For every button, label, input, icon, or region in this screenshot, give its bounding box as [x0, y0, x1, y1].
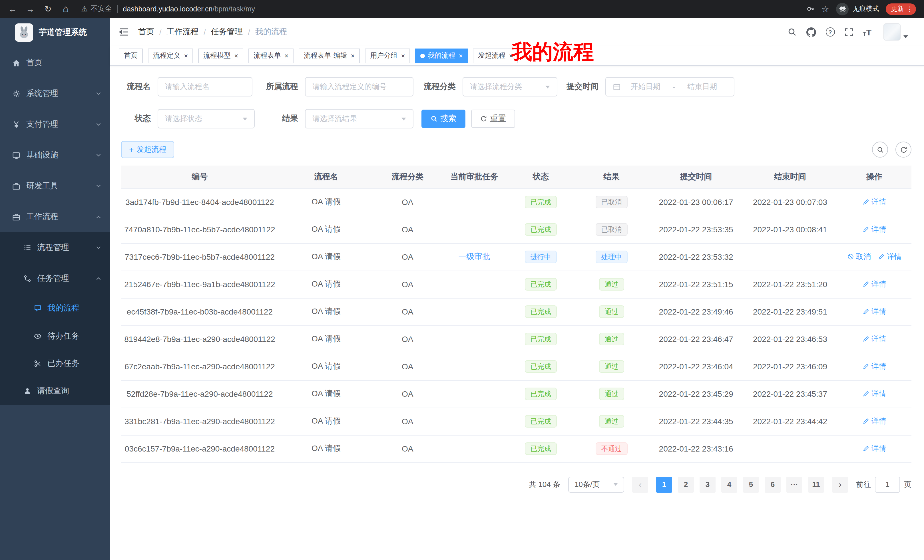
row-actions: 详情: [837, 353, 911, 380]
tab-流程模型[interactable]: 流程模型×: [198, 48, 243, 63]
row-actions: 详情: [837, 298, 911, 325]
process-definition-input[interactable]: 请输入流程定义的编号: [305, 77, 414, 96]
process-name-input[interactable]: 请输入流程名: [158, 77, 252, 96]
toggle-search-button[interactable]: [872, 142, 888, 157]
search-icon[interactable]: [787, 27, 796, 36]
table-row: 7470a810-7b9b-11ec-b5b7-acde48001122 OA …: [121, 216, 911, 243]
pagination-page-2[interactable]: 2: [678, 476, 694, 493]
pagination-prev[interactable]: ‹: [632, 476, 648, 493]
detail-link[interactable]: 详情: [862, 389, 886, 399]
fullscreen-icon[interactable]: [844, 28, 853, 36]
chevron-down-icon: [95, 120, 102, 129]
pagination-page-4[interactable]: 4: [721, 476, 737, 493]
sidebar-item-task-management[interactable]: 任务管理: [0, 263, 110, 294]
sidebar-item-my-process[interactable]: 我的流程: [0, 294, 110, 322]
sidebar-item-payment[interactable]: 支付管理: [0, 109, 110, 140]
filter-label-result: 结果: [255, 114, 305, 124]
main-area: 首页 / 工作流程 / 任务管理 / 我的流程 ? TT 我的流程: [110, 18, 924, 560]
sidebar-item-infrastructure[interactable]: 基础设施: [0, 140, 110, 171]
process-category: OA: [374, 189, 441, 216]
breadcrumb-task-management[interactable]: 任务管理: [211, 27, 243, 37]
create-process-button[interactable]: + 发起流程: [121, 141, 174, 158]
font-size-icon[interactable]: TT: [862, 27, 872, 37]
active-dot: [420, 53, 425, 58]
submit-time: 2022-01-22 23:44:35: [649, 407, 743, 435]
cancel-link[interactable]: 取消: [847, 252, 871, 262]
pagination-next[interactable]: ›: [832, 476, 848, 493]
table-row: 7317cec6-7b9b-11ec-b5b7-acde48001122 OA …: [121, 243, 911, 271]
end-time: 2022-01-22 23:46:53: [743, 325, 837, 353]
tab-流程表单-编辑[interactable]: 流程表单-编辑×: [298, 48, 360, 63]
sidebar-item-leave-query[interactable]: 请假查询: [0, 377, 110, 405]
browser-forward-icon[interactable]: →: [23, 2, 37, 16]
help-icon[interactable]: ?: [825, 27, 835, 36]
detail-link[interactable]: 详情: [862, 307, 886, 317]
refresh-button[interactable]: [896, 142, 911, 157]
detail-link[interactable]: 详情: [862, 334, 886, 344]
submit-time-range-picker[interactable]: 开始日期 - 结束日期: [605, 77, 734, 96]
user-menu[interactable]: [884, 23, 908, 40]
sidebar-item-system[interactable]: 系统管理: [0, 78, 110, 109]
end-time: 2022-01-22 23:45:37: [743, 380, 837, 407]
detail-link[interactable]: 详情: [878, 252, 902, 262]
sidebar-item-process-management[interactable]: 流程管理: [0, 232, 110, 263]
pagination-page-1[interactable]: 1: [656, 476, 672, 493]
detail-link[interactable]: 详情: [862, 443, 886, 454]
result-select[interactable]: 请选择流结果: [305, 109, 414, 129]
tab-close-icon[interactable]: ×: [234, 52, 238, 59]
col-name: 流程名: [278, 166, 374, 189]
tab-close-icon[interactable]: ×: [351, 52, 355, 59]
pagination-page-6[interactable]: 6: [765, 476, 781, 493]
page-size-select[interactable]: 10条/页: [568, 476, 624, 493]
avatar[interactable]: [884, 23, 901, 40]
detail-link[interactable]: 详情: [862, 416, 886, 427]
sidebar-item-todo-tasks[interactable]: 待办任务: [0, 322, 110, 350]
tab-发起流程[interactable]: 发起流程×: [473, 48, 518, 63]
pagination-page-3[interactable]: 3: [700, 476, 716, 493]
submit-time: 2022-01-22 23:46:04: [649, 353, 743, 380]
browser-reload-icon[interactable]: ↻: [41, 2, 55, 16]
breadcrumb-workflow[interactable]: 工作流程: [166, 27, 198, 37]
sidebar-item-devtools[interactable]: 研发工具: [0, 171, 110, 202]
current-task-link[interactable]: 一级审批: [458, 252, 490, 261]
process-id: 7317cec6-7b9b-11ec-b5b7-acde48001122: [121, 243, 278, 271]
browser-home-icon[interactable]: ⌂: [59, 2, 72, 16]
tab-close-icon[interactable]: ×: [401, 52, 405, 59]
key-icon[interactable]: [806, 4, 814, 13]
tab-流程定义[interactable]: 流程定义×: [148, 48, 193, 63]
process-category-select[interactable]: 请选择流程分类: [463, 77, 557, 96]
sidebar-item-home[interactable]: 首页: [0, 47, 110, 78]
browser-back-icon[interactable]: ←: [6, 2, 20, 16]
tab-close-icon[interactable]: ×: [184, 52, 188, 59]
page-content: 流程名 请输入流程名 所属流程 请输入流程定义的编号 流程分类 请选择流程分类 …: [110, 66, 924, 509]
tab-close-icon[interactable]: ×: [284, 52, 288, 59]
breadcrumb-home[interactable]: 首页: [138, 27, 154, 37]
pagination-page-11[interactable]: 11: [808, 476, 824, 493]
detail-link[interactable]: 详情: [862, 225, 886, 235]
tab-我的流程[interactable]: 我的流程×: [415, 48, 468, 63]
hamburger-icon[interactable]: [119, 27, 129, 36]
sidebar-item-done-tasks[interactable]: 已办任务: [0, 350, 110, 377]
pagination-more[interactable]: ···: [786, 476, 802, 493]
process-category: OA: [374, 243, 441, 271]
logo[interactable]: 芋道管理系统: [0, 18, 110, 47]
address-separator: [117, 5, 118, 13]
tab-首页[interactable]: 首页: [119, 48, 143, 63]
address-bar[interactable]: ⚠ 不安全 dashboard.yudao.iocoder.cn/bpm/tas…: [81, 4, 255, 14]
pagination-page-5[interactable]: 5: [743, 476, 759, 493]
github-icon[interactable]: [806, 27, 816, 37]
tab-close-icon[interactable]: ×: [459, 52, 463, 59]
reset-button[interactable]: 重置: [471, 109, 515, 128]
bookmark-star-icon[interactable]: ☆: [822, 4, 829, 14]
tab-流程表单[interactable]: 流程表单×: [248, 48, 294, 63]
detail-link[interactable]: 详情: [862, 361, 886, 371]
detail-link[interactable]: 详情: [862, 279, 886, 289]
sidebar-item-workflow[interactable]: 工作流程: [0, 202, 110, 232]
update-menu-button[interactable]: 更新 ⋮: [886, 3, 916, 15]
status-select[interactable]: 请选择状态: [158, 109, 255, 129]
security-label: 不安全: [90, 4, 112, 14]
tab-用户分组[interactable]: 用户分组×: [365, 48, 410, 63]
page-jump-input[interactable]: 1: [875, 476, 900, 493]
search-button[interactable]: 搜索: [422, 109, 465, 128]
detail-link[interactable]: 详情: [862, 197, 886, 207]
